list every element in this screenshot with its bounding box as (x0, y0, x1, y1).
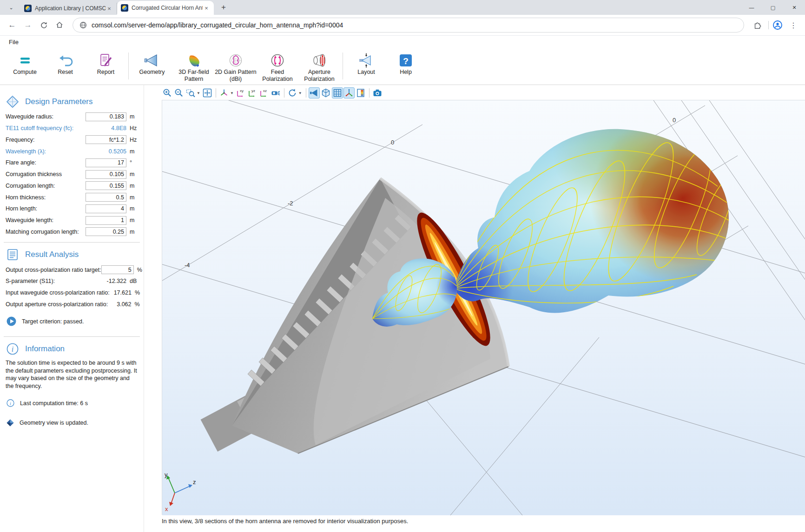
corrugation-thickness-input[interactable] (86, 170, 126, 179)
aperture-polarization-button[interactable]: Aperture Polarization (298, 52, 340, 83)
readonly-value: 0.5205 (82, 148, 126, 155)
tab-title: Corrugated Circular Horn Anten (132, 5, 203, 11)
section-title: Design Parameters (25, 97, 93, 106)
result-row: Input waveguide cross-polarization ratio… (0, 287, 144, 299)
triad-label-y: y (165, 471, 168, 478)
waveguide-length-input[interactable] (86, 216, 126, 225)
grid-toggle[interactable] (332, 87, 343, 99)
site-info-icon[interactable] (79, 21, 87, 29)
section-title: Result Analysis (25, 250, 79, 259)
section-divider (4, 336, 140, 337)
toolbar-separator (768, 21, 769, 29)
matching-corrugation-length-input[interactable] (86, 227, 126, 236)
section-divider (4, 242, 140, 243)
color-legend-toggle[interactable] (355, 87, 366, 99)
farfield-3d-button[interactable]: 3D Far-field Pattern (173, 52, 215, 83)
layout-button[interactable]: Layout (345, 52, 387, 76)
extensions-button[interactable] (751, 18, 765, 32)
zoom-box-dropdown[interactable]: ▼ (197, 91, 200, 95)
layout-icon (358, 53, 374, 68)
view-caption: In this view, 3/8 sections of the horn a… (162, 518, 408, 525)
profile-button[interactable] (771, 18, 785, 32)
report-button[interactable]: Report (86, 52, 126, 76)
home-icon (55, 21, 64, 29)
address-bar[interactable]: comsol.com/server-demo/app/library_corru… (73, 18, 744, 33)
reset-button[interactable]: Reset (45, 52, 86, 76)
design-parameters-header: Design Parameters (0, 94, 144, 109)
scene-light-button[interactable] (270, 87, 281, 99)
default-view-icon (219, 88, 229, 98)
section-title: Information (25, 344, 65, 354)
help-button[interactable]: ? Help (387, 52, 424, 76)
snapshot-button[interactable] (372, 87, 383, 99)
browser-menu-button[interactable]: ⋮ (786, 18, 800, 32)
view-xy-button[interactable]: xy (235, 87, 246, 99)
compute-icon (17, 53, 33, 68)
param-row: Matching corrugation length:m (0, 226, 144, 238)
zoom-out-button[interactable] (173, 87, 185, 99)
geometry-button[interactable]: Geometry (131, 52, 173, 76)
feed-polarization-button[interactable]: Feed Polarization (257, 52, 298, 83)
browser-toolbar: ← → comsol.com/server-demo/app/library_c… (0, 15, 805, 36)
cross-polarization-target-input[interactable] (101, 265, 134, 274)
axes-toggle[interactable] (343, 87, 355, 99)
minimize-button[interactable]: — (741, 0, 762, 15)
zoom-extents-button[interactable] (202, 87, 213, 99)
zoom-box-icon (185, 88, 196, 98)
svg-text:i: i (10, 401, 11, 406)
svg-text:xz: xz (263, 89, 267, 93)
gain-2d-button[interactable]: 2D Gain Pattern (dBi) (215, 52, 257, 83)
maximize-button[interactable]: ▢ (762, 0, 784, 15)
toolbar-separator (306, 88, 306, 98)
param-row: Waveguide radius:m (0, 111, 144, 123)
forward-button[interactable]: → (20, 18, 35, 33)
frequency-input[interactable] (86, 135, 126, 144)
model-3d-scene: 0 -2 -4 0 -1 1 (162, 100, 805, 515)
show-geometry-icon (309, 88, 319, 98)
rotate-dropdown[interactable]: ▼ (298, 91, 302, 95)
profile-avatar-icon (772, 20, 783, 30)
readonly-value: 17.621 (110, 289, 132, 296)
browser-tab-inactive[interactable]: Application Library | COMSOL S × (20, 3, 117, 14)
default-view-dropdown[interactable]: ▼ (230, 91, 234, 95)
param-row: Wavelength (λ):0.5205m (0, 145, 144, 157)
reload-button[interactable] (36, 18, 51, 33)
back-button[interactable]: ← (5, 18, 20, 33)
geometry-updated-status: Geometry view is updated. (0, 419, 144, 427)
tab-close-icon[interactable]: × (203, 4, 210, 12)
rotate-button[interactable] (287, 87, 298, 99)
flare-angle-input[interactable] (86, 158, 126, 167)
default-view-button[interactable] (218, 87, 230, 99)
close-button[interactable]: ✕ (784, 0, 805, 15)
window-controls: — ▢ ✕ (741, 0, 805, 15)
scene-light-icon (271, 88, 281, 98)
model-3d-canvas[interactable]: 0 -2 -4 0 -1 1 (162, 100, 805, 515)
view-yz-button[interactable]: yz (247, 87, 258, 99)
zoom-in-button[interactable] (162, 87, 173, 99)
gain-2d-icon (228, 53, 244, 68)
ribbon-separator (343, 53, 343, 79)
compute-button[interactable]: Compute (5, 52, 45, 76)
home-button[interactable] (52, 18, 67, 33)
comsol-favicon (121, 4, 128, 12)
show-geometry-toggle[interactable] (309, 87, 320, 99)
view-xz-button[interactable]: xz (258, 87, 270, 99)
tab-search-button[interactable]: ⌄ (5, 1, 18, 14)
graphics-toolbar: ▼ ▼ xy yz xz ▼ (162, 86, 383, 99)
browser-tab-active[interactable]: Corrugated Circular Horn Anten × (117, 1, 214, 15)
waveguide-radius-input[interactable] (86, 112, 126, 121)
file-menu[interactable]: File (6, 38, 21, 46)
information-header: i Information (0, 342, 144, 356)
new-tab-button[interactable]: + (218, 1, 230, 13)
axis-tick: 0 (391, 139, 394, 146)
reset-icon (58, 53, 73, 68)
horn-length-input[interactable] (86, 204, 126, 213)
axes-icon (344, 88, 354, 98)
corrugation-length-input[interactable] (86, 181, 126, 190)
tab-close-icon[interactable]: × (106, 5, 113, 12)
readonly-value: -12.322 (82, 278, 126, 284)
horn-thickness-input[interactable] (86, 193, 126, 202)
transparency-toggle[interactable] (320, 87, 331, 99)
svg-text:yz: yz (251, 89, 255, 93)
zoom-box-button[interactable] (185, 87, 196, 99)
